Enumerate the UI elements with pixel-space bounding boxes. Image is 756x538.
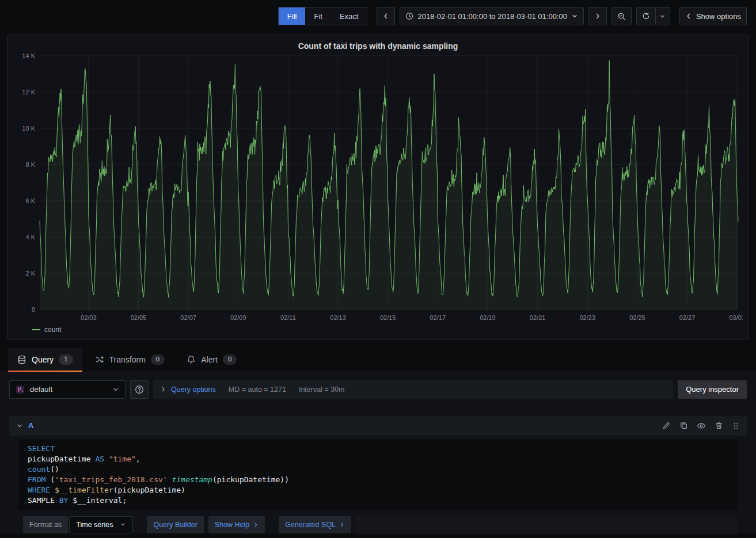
tab-alert-badge: 0 bbox=[223, 354, 237, 365]
legend-series-line bbox=[32, 329, 40, 330]
time-range-label: 2018-02-01 01:00:00 to 2018-03-01 01:00:… bbox=[417, 12, 567, 21]
svg-text:02/15: 02/15 bbox=[380, 314, 396, 321]
delete-trash-icon[interactable] bbox=[715, 421, 723, 430]
datasource-help-button[interactable] bbox=[130, 380, 149, 399]
chevron-left-icon bbox=[382, 13, 389, 20]
refresh-interval-dropdown[interactable] bbox=[655, 7, 670, 25]
mode-fill-button[interactable]: Fill bbox=[279, 7, 306, 25]
format-as-value: Time series bbox=[76, 521, 113, 529]
time-range-picker[interactable]: 2018-02-01 01:00:00 to 2018-03-01 01:00:… bbox=[400, 7, 584, 25]
legend-series-label: count bbox=[44, 326, 61, 334]
query-row-footer: Format as Time series Query Builder Show… bbox=[23, 516, 738, 534]
refresh-button-group bbox=[636, 7, 670, 25]
query-row-actions bbox=[662, 421, 740, 430]
panel-size-mode-group: Fill Fit Exact bbox=[278, 7, 368, 25]
svg-text:2 K: 2 K bbox=[25, 270, 35, 277]
tab-transform[interactable]: Transform 0 bbox=[86, 348, 174, 372]
interval-value: Interval = 30m bbox=[299, 386, 345, 394]
top-toolbar: Fill Fit Exact 2018-02-01 01:00:00 to 20… bbox=[0, 0, 756, 32]
show-options-label: Show options bbox=[696, 12, 741, 21]
datasource-icon bbox=[16, 385, 25, 394]
hide-eye-icon[interactable] bbox=[697, 421, 706, 430]
generated-sql-label: Generated SQL bbox=[285, 521, 336, 529]
svg-text:02/27: 02/27 bbox=[679, 314, 696, 321]
max-data-points-value: MD = auto = 1271 bbox=[229, 386, 286, 394]
svg-text:02/05: 02/05 bbox=[131, 314, 147, 321]
time-shift-forward-button[interactable] bbox=[588, 7, 607, 25]
editor-tabs: Query 1 Transform 0 Alert 0 bbox=[0, 348, 756, 372]
svg-text:0: 0 bbox=[32, 306, 35, 313]
chevron-right-icon bbox=[160, 386, 166, 392]
sql-code: SELECTpickupDatetime AS "time",count()FR… bbox=[28, 444, 728, 506]
tab-alert[interactable]: Alert 0 bbox=[177, 348, 246, 372]
query-options-bar: Query options MD = auto = 1271 Interval … bbox=[153, 380, 673, 399]
tab-alert-label: Alert bbox=[201, 355, 218, 364]
angle-left-icon bbox=[685, 13, 692, 20]
generated-sql-button[interactable]: Generated SQL bbox=[279, 516, 351, 533]
clock-icon bbox=[405, 12, 413, 20]
duplicate-copy-icon[interactable] bbox=[679, 421, 688, 430]
svg-text:02/13: 02/13 bbox=[330, 314, 346, 321]
datasource-value: default bbox=[30, 385, 52, 394]
query-controls-row: default Query options MD = auto = 1271 I… bbox=[9, 380, 747, 399]
bell-icon bbox=[187, 355, 196, 364]
time-shift-back-button[interactable] bbox=[377, 7, 395, 25]
mode-exact-button[interactable]: Exact bbox=[331, 7, 367, 25]
svg-text:02/09: 02/09 bbox=[230, 314, 246, 321]
svg-text:02/17: 02/17 bbox=[430, 314, 446, 321]
query-options-toggle[interactable]: Query options bbox=[160, 386, 216, 394]
svg-text:02/03: 02/03 bbox=[81, 314, 97, 321]
svg-text:8 K: 8 K bbox=[25, 161, 35, 168]
query-ref-id[interactable]: A bbox=[28, 421, 33, 430]
show-options-button[interactable]: Show options bbox=[679, 7, 747, 25]
sql-code-editor[interactable]: SELECTpickupDatetime AS "time",count()FR… bbox=[18, 439, 738, 510]
svg-text:6 K: 6 K bbox=[25, 197, 35, 204]
tab-query-label: Query bbox=[32, 355, 54, 364]
tab-transform-badge: 0 bbox=[151, 354, 165, 365]
collapse-chevron-icon[interactable] bbox=[16, 422, 23, 429]
edit-pencil-icon[interactable] bbox=[662, 421, 671, 430]
question-circle-icon bbox=[135, 385, 144, 394]
tab-query[interactable]: Query 1 bbox=[8, 348, 82, 372]
svg-text:02/25: 02/25 bbox=[629, 314, 645, 321]
query-editor-row: A SELECTpickupDatetime A bbox=[9, 416, 747, 534]
format-as-select[interactable]: Time series bbox=[69, 516, 133, 533]
svg-text:10 K: 10 K bbox=[22, 125, 35, 132]
timeseries-panel: Count of taxi trips with dynamic samplin… bbox=[7, 35, 749, 339]
chevron-right-icon bbox=[594, 13, 601, 20]
query-row-header[interactable]: A bbox=[9, 416, 747, 436]
svg-text:02/11: 02/11 bbox=[280, 314, 296, 321]
datasource-picker[interactable]: default bbox=[9, 380, 126, 399]
drag-handle-icon[interactable] bbox=[732, 422, 740, 430]
svg-text:02/23: 02/23 bbox=[580, 314, 596, 321]
svg-text:12 K: 12 K bbox=[22, 89, 35, 96]
tab-query-badge: 1 bbox=[59, 354, 73, 365]
query-section: default Query options MD = auto = 1271 I… bbox=[0, 372, 756, 533]
zoom-out-time-button[interactable] bbox=[611, 7, 632, 25]
query-options-label: Query options bbox=[171, 386, 216, 394]
show-help-label: Show Help bbox=[215, 521, 249, 529]
timeseries-chart[interactable]: 02 K4 K6 K8 K10 K12 K14 K02/0302/0502/07… bbox=[13, 52, 743, 325]
footer-filler bbox=[356, 516, 738, 534]
svg-text:02/21: 02/21 bbox=[530, 314, 546, 321]
transform-icon bbox=[95, 355, 104, 364]
chevron-down-icon bbox=[659, 13, 666, 20]
tab-transform-label: Transform bbox=[109, 355, 146, 364]
svg-text:4 K: 4 K bbox=[25, 234, 35, 241]
chevron-down-icon bbox=[112, 386, 119, 393]
database-icon bbox=[17, 355, 26, 364]
panel-title: Count of taxi trips with dynamic samplin… bbox=[13, 39, 743, 52]
refresh-icon bbox=[642, 12, 650, 20]
svg-text:02/07: 02/07 bbox=[180, 314, 196, 321]
svg-text:14 K: 14 K bbox=[22, 52, 35, 59]
refresh-button[interactable] bbox=[636, 7, 655, 25]
show-help-button[interactable]: Show Help bbox=[208, 516, 265, 533]
svg-text:02/19: 02/19 bbox=[480, 314, 496, 321]
query-inspector-button[interactable]: Query inspector bbox=[678, 380, 747, 399]
chevron-right-icon bbox=[339, 522, 345, 528]
mode-fit-button[interactable]: Fit bbox=[305, 7, 330, 25]
legend-item-count[interactable]: count bbox=[13, 325, 743, 337]
chevron-down-icon bbox=[571, 13, 578, 20]
chevron-right-icon bbox=[253, 522, 259, 528]
query-builder-button[interactable]: Query Builder bbox=[147, 516, 203, 533]
